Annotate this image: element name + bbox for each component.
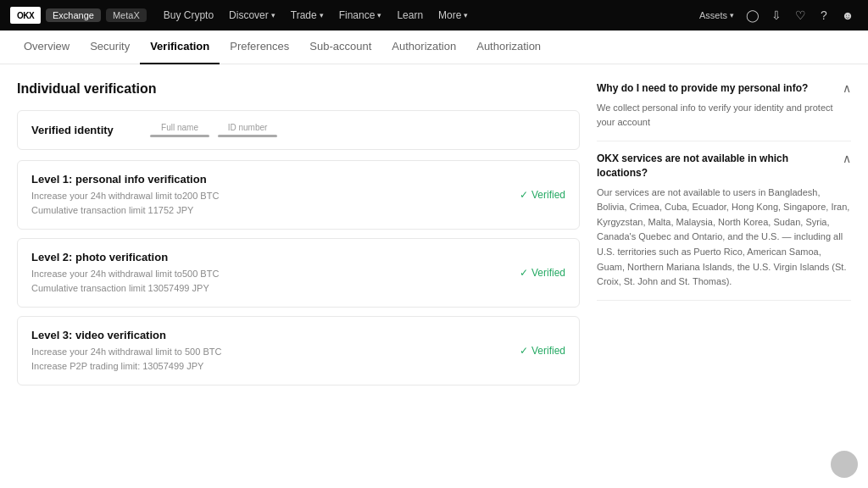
bell-icon[interactable]: ♡ xyxy=(790,5,810,25)
page-title: Individual verification xyxy=(17,81,580,97)
level-2-title: Level 2: photo verification xyxy=(31,251,219,263)
level-1-title: Level 1: personal info verification xyxy=(31,173,219,186)
top-navigation: OKX Exchange MetaX Buy Crypto Discover▾ … xyxy=(0,0,868,30)
level-2-card: Level 2: photo verification Increase you… xyxy=(17,238,580,308)
level-1-info: Level 1: personal info verification Incr… xyxy=(31,173,219,217)
step-fullname-label: Full name xyxy=(161,123,198,132)
level-3-line2: Increase P2P trading limit: 13057499 JPY xyxy=(31,359,221,374)
exchange-tab[interactable]: Exchange xyxy=(46,8,101,22)
level-3-status-text: Verified xyxy=(531,345,565,357)
level-3-line1: Increase your 24h withdrawal limit to 50… xyxy=(31,345,221,359)
main-content: Individual verification Verified identit… xyxy=(0,64,868,488)
faq-1-title: Why do I need to provide my personal inf… xyxy=(597,81,808,96)
nav-trade[interactable]: Trade▾ xyxy=(284,6,331,25)
check-icon-3: ✓ xyxy=(520,345,528,357)
level-2-line1: Increase your 24h withdrawal limit to500… xyxy=(31,267,219,281)
level-2-status: ✓ Verified xyxy=(520,267,565,279)
nav-discover[interactable]: Discover▾ xyxy=(222,6,282,25)
trade-arrow-icon: ▾ xyxy=(320,11,324,19)
step-fullname-bar xyxy=(150,135,209,137)
faq-2-toggle[interactable]: ∧ xyxy=(843,152,851,165)
level-1-line2: Cumulative transaction limit 11752 JPY xyxy=(31,203,219,218)
globe-icon[interactable]: ☻ xyxy=(837,5,858,25)
tab-preferences[interactable]: Preferences xyxy=(220,30,299,64)
tab-authorization-1[interactable]: Authorization xyxy=(381,30,466,64)
tab-sub-account[interactable]: Sub-account xyxy=(299,30,381,64)
logo-area: OKX Exchange MetaX xyxy=(10,7,147,24)
level-1-status: ✓ Verified xyxy=(520,189,565,201)
level-3-card: Level 3: video verification Increase you… xyxy=(17,316,580,385)
faq-2-header: OKX services are not available in which … xyxy=(597,152,851,180)
nav-buy-crypto[interactable]: Buy Crypto xyxy=(157,6,220,25)
nav-right: Assets ▾ ◯ ⇩ ♡ ? ☻ xyxy=(694,5,858,25)
more-arrow-icon: ▾ xyxy=(464,11,468,19)
level-2-line2: Cumulative transaction limit 13057499 JP… xyxy=(31,281,219,296)
step-idnumber-label: ID number xyxy=(228,123,268,132)
nav-learn[interactable]: Learn xyxy=(390,6,430,25)
sub-navigation: Overview Security Verification Preferenc… xyxy=(0,30,868,64)
tab-security[interactable]: Security xyxy=(80,30,140,64)
level-2-status-text: Verified xyxy=(531,267,565,279)
faq-2-body: Our services are not available to users … xyxy=(597,186,851,290)
faq-item-1: Why do I need to provide my personal inf… xyxy=(597,81,851,141)
assets-button[interactable]: Assets ▾ xyxy=(694,8,739,23)
check-icon-1: ✓ xyxy=(520,189,528,201)
tab-verification[interactable]: Verification xyxy=(140,30,220,64)
step-idnumber-bar xyxy=(218,135,277,137)
faq-1-toggle[interactable]: ∧ xyxy=(843,81,851,95)
verified-identity-label: Verified identity xyxy=(31,124,150,136)
metax-tab[interactable]: MetaX xyxy=(106,8,147,22)
faq-1-header: Why do I need to provide my personal inf… xyxy=(597,81,851,96)
download-icon[interactable]: ⇩ xyxy=(766,5,787,25)
identity-steps: Full name ID number xyxy=(150,123,277,137)
nav-more[interactable]: More▾ xyxy=(431,6,475,25)
discover-arrow-icon: ▾ xyxy=(271,11,275,19)
tab-authorization-2[interactable]: Authorization xyxy=(466,30,551,64)
level-3-info: Level 3: video verification Increase you… xyxy=(31,329,221,373)
level-1-line1: Increase your 24h withdrawal limit to200… xyxy=(31,189,219,203)
faq-item-2: OKX services are not available in which … xyxy=(597,152,851,301)
verified-identity-card: Verified identity Full name ID number xyxy=(17,110,580,150)
help-icon[interactable]: ? xyxy=(814,5,834,25)
right-panel: Why do I need to provide my personal inf… xyxy=(597,81,851,488)
faq-2-title: OKX services are not available in which … xyxy=(597,152,836,180)
profile-icon[interactable]: ◯ xyxy=(743,5,763,25)
level-1-status-text: Verified xyxy=(531,189,565,201)
assets-arrow-icon: ▾ xyxy=(730,11,734,19)
level-3-title: Level 3: video verification xyxy=(31,329,221,341)
level-1-card: Level 1: personal info verification Incr… xyxy=(17,160,580,230)
chat-bubble[interactable] xyxy=(831,451,858,478)
okx-logo: OKX xyxy=(10,7,41,24)
step-fullname: Full name xyxy=(150,123,209,137)
nav-links: Buy Crypto Discover▾ Trade▾ Finance▾ Lea… xyxy=(157,6,687,25)
check-icon-2: ✓ xyxy=(520,267,528,279)
level-3-status: ✓ Verified xyxy=(520,345,565,357)
left-panel: Individual verification Verified identit… xyxy=(17,81,580,488)
level-2-info: Level 2: photo verification Increase you… xyxy=(31,251,219,295)
finance-arrow-icon: ▾ xyxy=(377,11,381,19)
nav-finance[interactable]: Finance▾ xyxy=(332,6,389,25)
step-idnumber: ID number xyxy=(218,123,277,137)
faq-1-body: We collect personal info to verify your … xyxy=(597,101,851,130)
tab-overview[interactable]: Overview xyxy=(14,30,80,64)
